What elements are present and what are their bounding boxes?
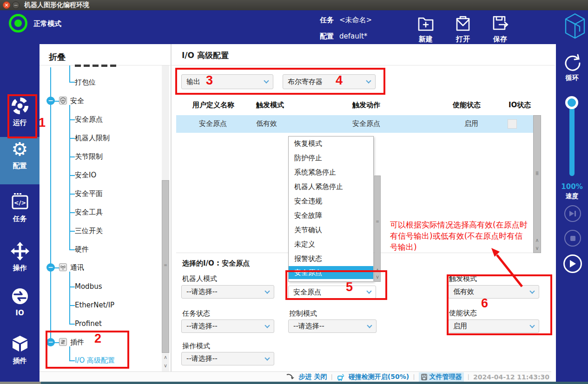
speed-label: 速度 <box>556 192 588 201</box>
tree-item-clipped[interactable] <box>75 65 118 67</box>
dropdown-option[interactable]: 系统紧急停止 <box>289 165 373 180</box>
window-title: 机器人图形化编程环境 <box>24 1 89 9</box>
open-button[interactable]: 打开 <box>447 14 479 44</box>
dropdown-option[interactable]: 机器人紧急停止 <box>289 180 373 194</box>
dropdown-scrollbar[interactable]: ≡ ∧ ∨ <box>374 176 381 282</box>
tree-stub <box>69 175 75 176</box>
divider: | <box>413 373 415 380</box>
collision-detect-status[interactable]: 碰撞检测开启(50%) <box>349 373 409 381</box>
mode-indicator-dot <box>14 20 22 27</box>
shield-icon <box>59 97 67 104</box>
dropdown-scroll-up-button[interactable]: ∧ <box>375 267 380 273</box>
table-scroll-up-button[interactable]: ∧ <box>534 237 541 244</box>
tree-item-profinet[interactable]: Profinet <box>75 319 102 328</box>
play-button[interactable] <box>563 254 582 273</box>
step-mode-status[interactable]: 步进 关闭 <box>299 373 327 381</box>
nav-item-operate[interactable]: 操作 <box>0 238 40 285</box>
status-bar: 步进 关闭 | 碰撞检测开启(50%) | 文件管理器 | 2024-04-12… <box>40 371 551 382</box>
register-type-select[interactable]: 布尔寄存器 <box>283 74 376 89</box>
window-close-button[interactable]: ✕ <box>3 1 10 9</box>
tree-collapse-node-safety[interactable]: − <box>46 97 55 105</box>
io-state-checkbox[interactable] <box>508 119 517 129</box>
tree-item-plugin[interactable]: 插件 <box>70 338 84 347</box>
tree-scrollbar[interactable]: ≡ ∧ ∨ <box>162 65 169 371</box>
tree-item-modbus[interactable]: Modbus <box>75 282 102 291</box>
dropdown-option[interactable]: 关节确认 <box>289 223 373 237</box>
trigger-action-dropdown-list: 恢复模式 防护停止 系统紧急停止 机器人紧急停止 安全违规 安全故障 关节确认 … <box>288 136 374 282</box>
enable-state-select[interactable]: 启用 <box>448 319 539 333</box>
table-scrollbar[interactable]: ≡≡ ∧ ∨ <box>533 115 541 253</box>
dropdown-option[interactable]: 安全故障 <box>289 208 373 223</box>
table-row[interactable]: 安全原点 低有效 安全原点 启用 <box>176 115 533 133</box>
speed-slider-knob[interactable] <box>565 96 578 109</box>
nav-item-config[interactable]: ⚙ 配置 <box>0 137 40 184</box>
divider <box>172 65 555 65</box>
divider: | <box>330 373 332 380</box>
skip-next-icon <box>569 210 576 217</box>
callout-number-5: 5 <box>346 280 353 294</box>
nav-item-io[interactable]: IO <box>0 283 40 330</box>
callout-number-2: 2 <box>94 332 101 346</box>
step-mode-icon <box>286 373 295 381</box>
tree-item-safety-io[interactable]: 安全IO <box>75 170 96 180</box>
tree-item-three-position-switch[interactable]: 三位开关 <box>75 226 103 235</box>
tree-item-hardware[interactable]: 硬件 <box>75 245 89 254</box>
file-manager-icon <box>421 373 428 381</box>
chevron-down-icon <box>366 288 371 293</box>
nav-item-task[interactable]: </> 任务 <box>0 189 40 235</box>
nav-label-task: 任务 <box>0 215 40 223</box>
antenna-icon <box>59 263 67 271</box>
tree-collapse-node-comm[interactable]: − <box>46 263 55 272</box>
tree-item-io-advanced-config[interactable]: I/O 高级配置 <box>75 356 115 365</box>
callout-number-6: 6 <box>481 296 488 311</box>
dropdown-option[interactable]: 防护停止 <box>289 151 373 165</box>
tree-stub <box>69 156 75 157</box>
tree-scroll-up-button[interactable]: ∧ <box>162 354 169 361</box>
stop-button[interactable] <box>564 230 581 247</box>
right-control-rail: 循环 100% 速度 <box>556 44 588 382</box>
trigger-action-select[interactable]: 安全原点 <box>288 286 376 299</box>
callout-number-4: 4 <box>336 73 343 88</box>
collapse-button[interactable]: 折叠 <box>49 52 66 63</box>
tree-item-safety-plane[interactable]: 安全平面 <box>75 189 103 198</box>
tree-item-joint-limit[interactable]: 关节限制 <box>75 152 103 161</box>
nav-label-io: IO <box>0 309 40 317</box>
tree-item-safety[interactable]: 安全 <box>70 96 84 105</box>
run-icon <box>10 96 30 116</box>
robot-mode-select[interactable]: --请选择-- <box>181 285 274 299</box>
tree-stub <box>69 286 75 287</box>
window-minimize-button[interactable]: − <box>12 1 20 9</box>
tree-item-safety-home[interactable]: 安全原点 <box>75 115 103 124</box>
nav-item-plugin[interactable]: 插件 <box>0 331 40 377</box>
task-state-select[interactable]: --请选择-- <box>181 319 274 333</box>
speed-slider-track[interactable] <box>569 99 575 176</box>
step-forward-button[interactable] <box>564 205 581 222</box>
nav-item-run[interactable]: 运行 <box>0 93 40 139</box>
tree-item-ethernet-ip[interactable]: EtherNet/IP <box>75 300 114 310</box>
table-scroll-down-button[interactable]: ∨ <box>534 245 541 252</box>
dropdown-option[interactable]: 安全违规 <box>289 194 373 208</box>
dropdown-option[interactable]: 报警状态 <box>289 252 373 266</box>
file-manager-button[interactable]: 文件管理器 <box>419 372 464 382</box>
io-type-select[interactable]: 输出 <box>181 74 273 89</box>
tree-stub <box>69 249 75 250</box>
dropdown-option-selected[interactable]: 安全原点 <box>289 266 373 279</box>
tree-item-pack-position[interactable]: 打包位 <box>75 78 96 87</box>
operate-mode-select[interactable]: --请选择-- <box>181 352 274 365</box>
tree-scrollbar-thumb[interactable]: ≡ <box>162 180 169 353</box>
cell-trigger-mode: 低有效 <box>256 119 277 128</box>
tree-scroll-down-button[interactable]: ∨ <box>162 363 169 369</box>
save-button[interactable]: 保存 <box>484 14 516 44</box>
tree-collapse-node-plugin[interactable]: − <box>46 338 55 346</box>
control-mode-select[interactable]: --请选择-- <box>288 319 377 333</box>
file-manager-label: 文件管理器 <box>429 373 462 381</box>
tree-item-communication[interactable]: 通讯 <box>70 263 84 272</box>
dropdown-scroll-down-button[interactable]: ∨ <box>375 274 380 280</box>
tree-item-robot-limit[interactable]: 机器人限制 <box>75 133 110 143</box>
chevron-down-icon <box>367 323 372 328</box>
tree-stub <box>69 82 75 83</box>
dropdown-option[interactable]: 未定义 <box>289 237 373 252</box>
dropdown-option[interactable]: 恢复模式 <box>289 137 373 151</box>
tree-item-safety-tool[interactable]: 安全工具 <box>75 208 103 217</box>
new-button[interactable]: 新建 <box>410 14 442 44</box>
